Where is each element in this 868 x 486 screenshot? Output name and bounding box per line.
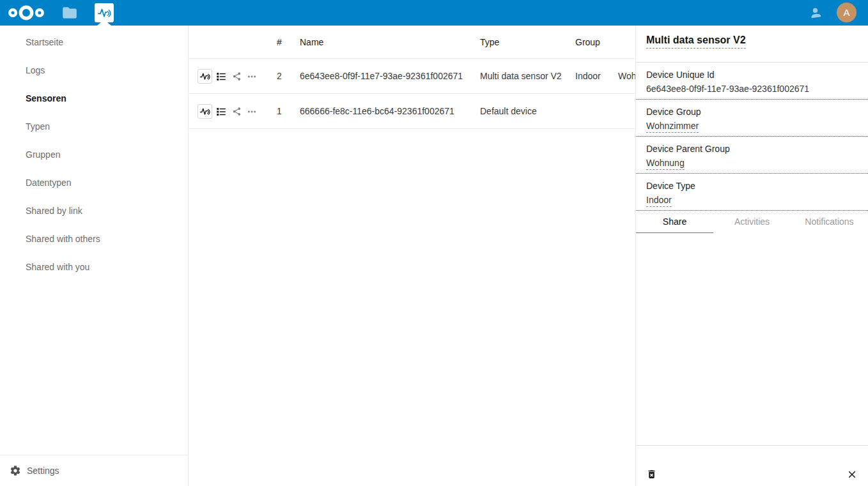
gear-icon	[10, 465, 21, 476]
field-value-editable[interactable]: Wohnzimmer	[646, 121, 699, 133]
field-device-parent-group: Device Parent Group Wohnung	[636, 137, 868, 174]
nextcloud-logo-icon[interactable]	[8, 4, 45, 22]
panel-header: Multi data sensor V2	[636, 26, 868, 62]
sidebar-item-typen[interactable]: Typen	[0, 112, 188, 140]
list-icon[interactable]	[215, 106, 227, 118]
sidebar-item-datentypen[interactable]: Datentypen	[0, 169, 188, 197]
avatar[interactable]: A	[837, 3, 856, 22]
folder-icon	[61, 4, 78, 21]
active-app-pointer	[97, 20, 111, 26]
list-icon[interactable]	[215, 71, 227, 82]
cell-name: 666666-fe8c-11e6-bc64-92361f002671	[300, 94, 454, 129]
header-type: Type	[480, 26, 499, 59]
app-navigation-sidebar: Startseite Logs Sensoren Typen Gruppen D…	[0, 26, 189, 486]
row-actions	[198, 94, 257, 129]
nav-list: Startseite Logs Sensoren Typen Gruppen D…	[0, 26, 188, 281]
details-panel: Multi data sensor V2 Device Unique Id 6e…	[635, 26, 868, 486]
device-name-editable[interactable]: Multi data sensor V2	[646, 34, 746, 49]
settings-button[interactable]: Settings	[0, 455, 188, 486]
cell-name: 6e643ee8-0f9f-11e7-93ae-92361f002671	[300, 59, 463, 94]
contacts-menu-button[interactable]	[803, 0, 828, 26]
sidebar-item-shared-by-link[interactable]: Shared by link	[0, 197, 188, 225]
field-label: Device Unique Id	[646, 70, 858, 80]
header-number: #	[277, 26, 282, 59]
field-label: Device Group	[646, 107, 858, 117]
panel-footer	[636, 445, 868, 486]
row-actions	[198, 59, 257, 94]
field-device-type: Device Type Indoor	[636, 174, 868, 211]
field-value: 6e643ee8-0f9f-11e7-93ae-92361f002671	[646, 84, 809, 94]
sidebar-item-startseite[interactable]: Startseite	[0, 28, 188, 56]
tab-notifications[interactable]: Notifications	[791, 211, 868, 233]
panel-empty-area	[636, 233, 868, 445]
app-window: A Startseite Logs Sensoren Typen Gruppen…	[0, 0, 868, 486]
sidebar-item-gruppen[interactable]: Gruppen	[0, 140, 188, 169]
settings-label: Settings	[27, 466, 59, 476]
panel-tabs: Share Activities Notifications	[636, 211, 868, 233]
header-name: Name	[300, 26, 323, 59]
cell-number: 1	[277, 94, 282, 129]
cell-number: 2	[277, 59, 282, 94]
more-icon[interactable]	[247, 72, 257, 82]
share-icon[interactable]	[232, 72, 242, 81]
close-icon[interactable]	[846, 469, 858, 480]
files-app-button[interactable]	[57, 0, 82, 26]
contacts-icon	[809, 6, 823, 20]
pulse-icon[interactable]	[198, 104, 212, 119]
cell-type: Multi data sensor V2	[480, 59, 562, 94]
tab-share[interactable]: Share	[636, 211, 713, 233]
field-device-unique-id: Device Unique Id 6e643ee8-0f9f-11e7-93ae…	[636, 63, 868, 100]
share-icon[interactable]	[232, 107, 242, 116]
tab-activities[interactable]: Activities	[713, 211, 791, 233]
cell-group: Indoor	[575, 59, 601, 94]
field-label: Device Parent Group	[646, 144, 858, 154]
sidebar-item-shared-with-you[interactable]: Shared with you	[0, 253, 188, 281]
field-value-editable[interactable]: Indoor	[646, 195, 672, 207]
cell-type: Default device	[480, 94, 537, 129]
top-bar: A	[0, 0, 868, 26]
sidebar-item-shared-with-others[interactable]: Shared with others	[0, 225, 188, 253]
more-icon[interactable]	[247, 107, 257, 117]
field-label: Device Type	[646, 181, 858, 191]
sidebar-item-sensoren[interactable]: Sensoren	[0, 84, 188, 112]
trash-icon[interactable]	[646, 469, 657, 480]
field-value-editable[interactable]: Wohnung	[646, 158, 685, 170]
pulse-icon[interactable]	[198, 69, 212, 84]
field-device-group: Device Group Wohnzimmer	[636, 100, 868, 137]
header-group: Group	[575, 26, 600, 59]
sidebar-item-logs[interactable]: Logs	[0, 56, 188, 84]
